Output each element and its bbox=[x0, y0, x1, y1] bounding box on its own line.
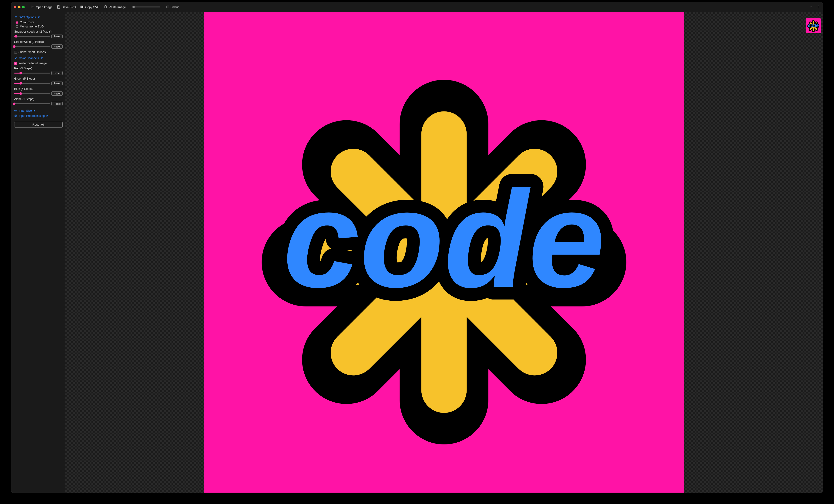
radio-mono-svg[interactable]: Monochrome SVG bbox=[16, 25, 63, 28]
blue-reset-button[interactable]: Reset bbox=[51, 91, 63, 96]
alpha-channel-slider[interactable] bbox=[14, 103, 50, 104]
stroke-width-label: Stroke Width (0 Pixels) bbox=[14, 40, 63, 44]
section-input-size-label: Input Size bbox=[19, 109, 32, 112]
suppress-speckles-slider[interactable] bbox=[14, 36, 50, 37]
svg-rect-10 bbox=[15, 115, 17, 117]
section-input-size[interactable]: Input Size bbox=[14, 109, 63, 112]
clipboard-icon bbox=[104, 5, 108, 9]
save-svg-button[interactable]: Save SVG bbox=[57, 5, 76, 9]
red-channel-control: Red (5 Steps) Reset bbox=[14, 67, 63, 75]
red-reset-button[interactable]: Reset bbox=[51, 71, 63, 75]
output-svg: code code bbox=[247, 55, 641, 449]
open-image-button[interactable]: Open Image bbox=[31, 5, 52, 9]
open-image-label: Open Image bbox=[36, 5, 52, 9]
debug-toggle[interactable]: Debug bbox=[167, 5, 179, 9]
triangle-right-icon bbox=[34, 110, 35, 112]
svg-rect-0 bbox=[58, 5, 59, 6]
minimize-window-button[interactable] bbox=[18, 6, 20, 8]
checkbox-icon bbox=[14, 51, 17, 53]
artboard: code code bbox=[204, 12, 684, 492]
copy-svg-label: Copy SVG bbox=[85, 5, 100, 9]
section-color-channels[interactable]: Color Channels bbox=[14, 57, 63, 60]
paste-image-label: Paste Image bbox=[109, 5, 126, 9]
alpha-channel-control: Alpha (1 Steps) Reset bbox=[14, 97, 63, 106]
save-svg-label: Save SVG bbox=[62, 5, 76, 9]
section-svg-options-label: SVG Options bbox=[19, 16, 36, 19]
debug-checkbox[interactable] bbox=[167, 5, 169, 8]
radio-color-svg-label: Color SVG bbox=[20, 21, 34, 24]
svg-text:code: code bbox=[808, 23, 819, 28]
close-window-button[interactable] bbox=[14, 6, 16, 8]
green-channel-label: Green (5 Steps) bbox=[14, 77, 63, 80]
copy-icon bbox=[80, 5, 84, 9]
triangle-right-icon bbox=[47, 115, 48, 117]
debug-label: Debug bbox=[171, 5, 179, 9]
stroke-reset-button[interactable]: Reset bbox=[51, 44, 63, 49]
red-channel-slider[interactable] bbox=[14, 72, 50, 73]
svg-rect-1 bbox=[82, 6, 83, 8]
layers-icon bbox=[14, 114, 18, 117]
sidebar: SVG Options Color SVG Monochrome SVG Sup… bbox=[12, 12, 65, 492]
preview-svg: code code bbox=[807, 19, 820, 32]
svg-point-6 bbox=[818, 7, 819, 7]
toolbar: Open Image Save SVG Copy SVG Paste Image… bbox=[12, 2, 822, 12]
canvas-area[interactable]: code code bbox=[65, 12, 822, 492]
section-input-preprocessing[interactable]: Input Preprocessing bbox=[14, 114, 63, 117]
save-icon bbox=[57, 5, 61, 9]
zoom-window-button[interactable] bbox=[22, 6, 25, 8]
radio-icon bbox=[16, 25, 18, 28]
green-channel-slider[interactable] bbox=[14, 83, 50, 84]
expert-options-label: Show Expert Options bbox=[18, 50, 46, 54]
section-input-preproc-label: Input Preprocessing bbox=[19, 114, 45, 117]
toolbar-right bbox=[809, 5, 820, 9]
alpha-channel-label: Alpha (1 Steps) bbox=[14, 97, 63, 101]
suppress-speckles-control: Suppress speckles (2 Pixels) Reset bbox=[14, 30, 63, 38]
more-vert-icon[interactable] bbox=[816, 5, 820, 9]
chevron-down-icon[interactable] bbox=[809, 5, 813, 9]
artwork-text: code bbox=[283, 162, 605, 316]
triangle-down-icon bbox=[38, 17, 40, 18]
blue-channel-label: Blue (5 Steps) bbox=[14, 87, 63, 90]
window-controls bbox=[14, 6, 25, 8]
preview-thumbnail[interactable]: code code bbox=[806, 18, 821, 33]
svg-rect-3 bbox=[105, 6, 107, 8]
checkbox-icon bbox=[14, 62, 17, 65]
alpha-reset-button[interactable]: Reset bbox=[51, 102, 63, 106]
green-reset-button[interactable]: Reset bbox=[51, 81, 63, 85]
folder-icon bbox=[31, 5, 35, 9]
svg-point-7 bbox=[818, 8, 819, 8]
toolbar-zoom-slider[interactable] bbox=[132, 6, 160, 7]
blue-channel-control: Blue (5 Steps) Reset bbox=[14, 87, 63, 96]
section-svg-options[interactable]: SVG Options bbox=[14, 16, 63, 19]
ruler-icon bbox=[14, 109, 18, 112]
svg-point-5 bbox=[818, 5, 819, 6]
brush-icon bbox=[14, 57, 18, 60]
red-channel-label: Red (5 Steps) bbox=[14, 67, 63, 70]
stroke-width-control: Stroke Width (0 Pixels) Reset bbox=[14, 40, 63, 49]
radio-mono-svg-label: Monochrome SVG bbox=[20, 25, 44, 28]
triangle-down-icon bbox=[41, 58, 43, 59]
svg-rect-8 bbox=[15, 110, 17, 111]
app-window: Open Image Save SVG Copy SVG Paste Image… bbox=[11, 2, 823, 493]
suppress-reset-button[interactable]: Reset bbox=[51, 34, 63, 38]
reset-all-button[interactable]: Reset All bbox=[14, 122, 63, 128]
section-color-channels-label: Color Channels bbox=[19, 57, 39, 60]
suppress-speckles-label: Suppress speckles (2 Pixels) bbox=[14, 30, 63, 33]
posterize-label: Posterize Input Image bbox=[18, 62, 47, 65]
svg-rect-9 bbox=[15, 115, 16, 116]
expert-options-toggle[interactable]: Show Expert Options bbox=[14, 50, 63, 54]
green-channel-control: Green (5 Steps) Reset bbox=[14, 77, 63, 85]
svg-rect-2 bbox=[81, 6, 83, 8]
stroke-width-slider[interactable] bbox=[14, 46, 50, 47]
radio-color-svg[interactable]: Color SVG bbox=[16, 21, 63, 24]
settings-icon bbox=[14, 16, 18, 19]
blue-channel-slider[interactable] bbox=[14, 93, 50, 94]
svg-rect-4 bbox=[105, 5, 106, 6]
copy-svg-button[interactable]: Copy SVG bbox=[80, 5, 100, 9]
radio-icon bbox=[16, 21, 18, 24]
posterize-toggle[interactable]: Posterize Input Image bbox=[14, 62, 63, 65]
app-body: SVG Options Color SVG Monochrome SVG Sup… bbox=[12, 12, 822, 492]
paste-image-button[interactable]: Paste Image bbox=[104, 5, 126, 9]
